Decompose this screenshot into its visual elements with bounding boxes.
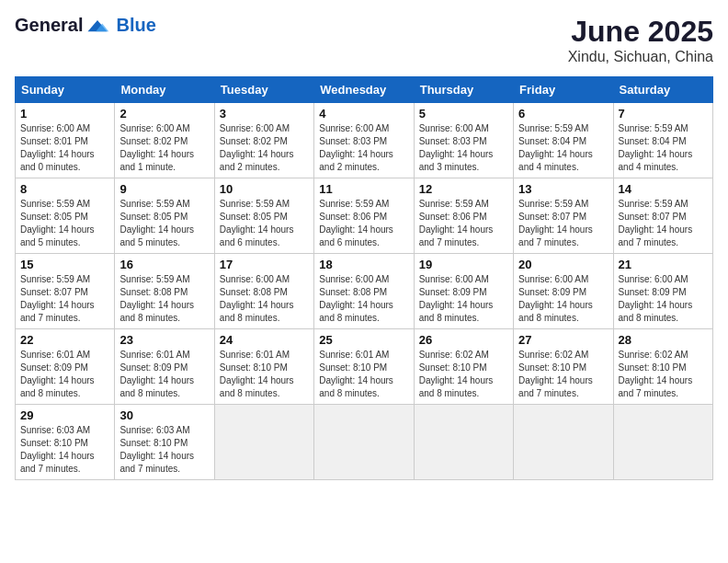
col-sunday: Sunday [16,77,115,103]
calendar-cell-16: 16Sunrise: 5:59 AMSunset: 8:08 PMDayligh… [115,254,214,329]
day-number: 8 [20,182,109,196]
day-number: 12 [419,182,508,196]
calendar-cell-empty [514,405,613,480]
calendar-cell-5: 5Sunrise: 6:00 AMSunset: 8:03 PMDaylight… [414,103,513,178]
day-info: Sunrise: 6:00 AMSunset: 8:01 PMDaylight:… [20,122,109,174]
day-info: Sunrise: 6:00 AMSunset: 8:02 PMDaylight:… [220,122,309,174]
day-number: 20 [518,258,608,271]
day-number: 27 [518,333,608,347]
day-number: 6 [518,107,608,121]
calendar-cell-12: 12Sunrise: 5:59 AMSunset: 8:06 PMDayligh… [414,178,513,254]
calendar-cell-19: 19Sunrise: 6:00 AMSunset: 8:09 PMDayligh… [414,254,513,329]
day-number: 22 [20,333,109,347]
day-info: Sunrise: 6:03 AMSunset: 8:10 PMDaylight:… [20,424,109,476]
day-number: 26 [419,333,508,347]
week-row-3: 15Sunrise: 5:59 AMSunset: 8:07 PMDayligh… [16,254,713,329]
page-header: General Blue June 2025 Xindu, Sichuan, C… [15,15,713,65]
day-info: Sunrise: 6:00 AMSunset: 8:03 PMDaylight:… [319,122,408,174]
day-number: 16 [119,258,209,271]
day-info: Sunrise: 6:00 AMSunset: 8:03 PMDaylight:… [419,122,508,174]
day-number: 18 [319,258,408,271]
calendar-cell-13: 13Sunrise: 5:59 AMSunset: 8:07 PMDayligh… [514,178,613,254]
day-number: 1 [20,107,109,121]
day-number: 10 [220,182,309,196]
calendar-cell-empty [613,405,712,480]
calendar-cell-1: 1Sunrise: 6:00 AMSunset: 8:01 PMDaylight… [16,103,115,178]
calendar-cell-7: 7Sunrise: 5:59 AMSunset: 8:04 PMDaylight… [613,103,712,178]
day-info: Sunrise: 5:59 AMSunset: 8:07 PMDaylight:… [619,198,708,249]
calendar-cell-14: 14Sunrise: 5:59 AMSunset: 8:07 PMDayligh… [613,178,712,254]
calendar-cell-17: 17Sunrise: 6:00 AMSunset: 8:08 PMDayligh… [214,254,313,329]
day-number: 11 [319,182,408,196]
calendar-cell-26: 26Sunrise: 6:02 AMSunset: 8:10 PMDayligh… [414,329,513,405]
week-row-4: 22Sunrise: 6:01 AMSunset: 8:09 PMDayligh… [16,329,713,405]
day-number: 2 [119,107,209,121]
calendar-cell-empty [214,405,313,480]
day-number: 25 [319,333,408,347]
day-info: Sunrise: 6:02 AMSunset: 8:10 PMDaylight:… [619,349,708,400]
calendar-cell-empty [414,405,513,480]
day-number: 19 [419,258,508,271]
calendar-cell-4: 4Sunrise: 6:00 AMSunset: 8:03 PMDaylight… [314,103,414,178]
day-info: Sunrise: 6:00 AMSunset: 8:09 PMDaylight:… [518,273,608,325]
day-info: Sunrise: 5:59 AMSunset: 8:08 PMDaylight:… [119,273,209,325]
day-info: Sunrise: 6:01 AMSunset: 8:10 PMDaylight:… [319,349,408,400]
day-number: 13 [518,182,608,196]
day-number: 9 [119,182,209,196]
col-saturday: Saturday [613,77,712,103]
week-row-1: 1Sunrise: 6:00 AMSunset: 8:01 PMDaylight… [16,103,713,178]
day-info: Sunrise: 6:00 AMSunset: 8:08 PMDaylight:… [319,273,408,325]
day-info: Sunrise: 6:01 AMSunset: 8:10 PMDaylight:… [220,349,309,400]
day-number: 7 [619,107,708,121]
day-number: 3 [220,107,309,121]
day-number: 24 [220,333,309,347]
day-info: Sunrise: 6:00 AMSunset: 8:08 PMDaylight:… [220,273,309,325]
week-row-5: 29Sunrise: 6:03 AMSunset: 8:10 PMDayligh… [16,405,713,480]
col-monday: Monday [115,77,214,103]
day-info: Sunrise: 5:59 AMSunset: 8:04 PMDaylight:… [518,122,608,174]
day-info: Sunrise: 6:03 AMSunset: 8:10 PMDaylight:… [119,424,209,476]
day-info: Sunrise: 6:00 AMSunset: 8:02 PMDaylight:… [119,122,209,174]
week-row-2: 8Sunrise: 5:59 AMSunset: 8:05 PMDaylight… [16,178,713,254]
day-number: 29 [20,408,109,422]
day-number: 14 [619,182,708,196]
calendar-title: June 2025 [568,15,713,49]
day-number: 30 [119,408,209,422]
calendar-cell-27: 27Sunrise: 6:02 AMSunset: 8:10 PMDayligh… [514,329,613,405]
calendar-cell-29: 29Sunrise: 6:03 AMSunset: 8:10 PMDayligh… [16,405,115,480]
day-info: Sunrise: 5:59 AMSunset: 8:05 PMDaylight:… [119,198,209,249]
day-number: 28 [619,333,708,347]
calendar-header-row: Sunday Monday Tuesday Wednesday Thursday… [16,77,713,103]
title-area: June 2025 Xindu, Sichuan, China [568,15,713,65]
day-info: Sunrise: 5:59 AMSunset: 8:04 PMDaylight:… [619,122,708,174]
day-info: Sunrise: 5:59 AMSunset: 8:05 PMDaylight:… [20,198,109,249]
col-thursday: Thursday [414,77,513,103]
day-info: Sunrise: 5:59 AMSunset: 8:07 PMDaylight:… [518,198,608,249]
calendar-cell-2: 2Sunrise: 6:00 AMSunset: 8:02 PMDaylight… [115,103,214,178]
calendar-cell-22: 22Sunrise: 6:01 AMSunset: 8:09 PMDayligh… [16,329,115,405]
calendar-cell-empty [314,405,414,480]
calendar-table: Sunday Monday Tuesday Wednesday Thursday… [15,76,713,480]
calendar-cell-8: 8Sunrise: 5:59 AMSunset: 8:05 PMDaylight… [16,178,115,254]
logo: General Blue [15,15,156,36]
day-info: Sunrise: 5:59 AMSunset: 8:07 PMDaylight:… [20,273,109,325]
logo-icon [85,17,110,35]
calendar-cell-15: 15Sunrise: 5:59 AMSunset: 8:07 PMDayligh… [16,254,115,329]
day-info: Sunrise: 6:01 AMSunset: 8:09 PMDaylight:… [20,349,109,400]
calendar-cell-28: 28Sunrise: 6:02 AMSunset: 8:10 PMDayligh… [613,329,712,405]
day-info: Sunrise: 5:59 AMSunset: 8:06 PMDaylight:… [419,198,508,249]
logo-blue: Blue [116,15,155,36]
col-friday: Friday [514,77,613,103]
calendar-cell-6: 6Sunrise: 5:59 AMSunset: 8:04 PMDaylight… [514,103,613,178]
calendar-cell-11: 11Sunrise: 5:59 AMSunset: 8:06 PMDayligh… [314,178,414,254]
calendar-cell-9: 9Sunrise: 5:59 AMSunset: 8:05 PMDaylight… [115,178,214,254]
calendar-cell-24: 24Sunrise: 6:01 AMSunset: 8:10 PMDayligh… [214,329,313,405]
calendar-cell-21: 21Sunrise: 6:00 AMSunset: 8:09 PMDayligh… [613,254,712,329]
logo-general: General [15,15,83,36]
day-number: 23 [119,333,209,347]
day-info: Sunrise: 6:00 AMSunset: 8:09 PMDaylight:… [419,273,508,325]
day-number: 21 [619,258,708,271]
day-info: Sunrise: 6:00 AMSunset: 8:09 PMDaylight:… [619,273,708,325]
calendar-cell-23: 23Sunrise: 6:01 AMSunset: 8:09 PMDayligh… [115,329,214,405]
day-info: Sunrise: 6:02 AMSunset: 8:10 PMDaylight:… [419,349,508,400]
